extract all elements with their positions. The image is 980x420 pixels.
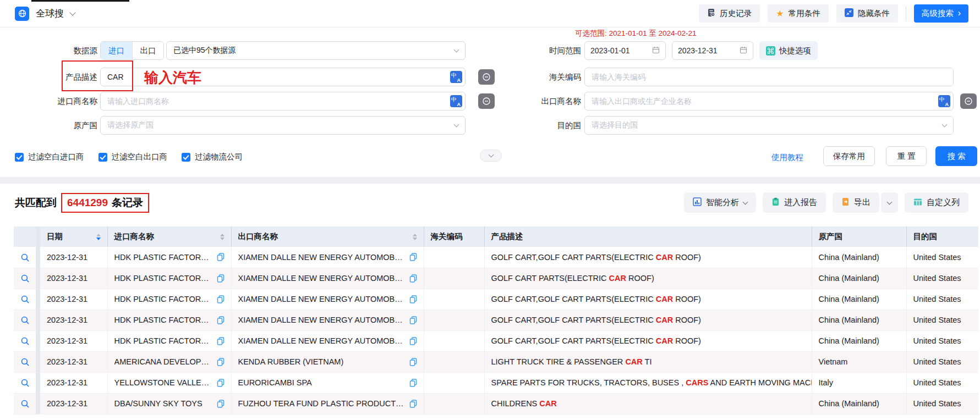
copy-icon[interactable] xyxy=(217,400,225,408)
hs-code-input[interactable] xyxy=(584,68,954,86)
collapse-panel-button[interactable] xyxy=(480,150,502,162)
match-mode-button[interactable] xyxy=(960,93,977,109)
importer-cell: HDK PLASTIC FACTORY L xyxy=(107,330,231,351)
date-from-input[interactable]: 2023-01-01 xyxy=(584,41,666,60)
header-label: 产品描述 xyxy=(491,231,523,242)
save-conditions-button[interactable]: 保存常用 xyxy=(823,146,875,166)
copy-icon[interactable] xyxy=(217,358,225,366)
copy-icon[interactable] xyxy=(409,337,417,345)
translate-icon[interactable]: 中 A xyxy=(450,71,462,83)
hs-code-cell xyxy=(424,289,484,310)
translate-icon[interactable]: 中 A xyxy=(450,95,462,107)
sort-icon[interactable] xyxy=(92,234,101,240)
exporter-input[interactable] xyxy=(584,92,954,110)
row-accent-strip xyxy=(36,310,40,330)
header-accent-strip xyxy=(36,226,40,247)
header-date[interactable]: 日期 xyxy=(40,226,107,247)
copy-icon[interactable] xyxy=(409,274,417,283)
tab-import[interactable]: 进口 xyxy=(101,42,132,59)
magnifier-icon[interactable] xyxy=(20,253,30,262)
copy-icon[interactable] xyxy=(409,358,417,366)
product-text: LIGHT TRUCK TIRE & PASSENGER xyxy=(491,357,626,366)
tutorial-link[interactable]: 使用教程 xyxy=(771,152,803,163)
exporter-name: XIAMEN DALLE NEW ENERGY AUTOMOBILE xyxy=(238,274,405,283)
translate-icon[interactable]: 中 A xyxy=(938,95,950,107)
quick-options-button[interactable]: 快捷选项 xyxy=(759,41,818,60)
header-label: 原产国 xyxy=(819,231,843,242)
command-icon xyxy=(766,46,775,56)
header-exporter[interactable]: 出口商名称 xyxy=(231,226,424,247)
copy-icon[interactable] xyxy=(217,253,225,261)
chevron-down-icon xyxy=(454,47,459,53)
product-text: GOLF CART,GOLF CART PARTS(ELECTRIC xyxy=(491,295,656,303)
table-row: 2023-12-31YELLOWSTONE VALLEY PEURORICAMB… xyxy=(14,372,978,393)
date-cell: 2023-12-31 xyxy=(40,289,107,310)
export-more-button[interactable] xyxy=(881,192,898,213)
checkbox-filter-blank-exporter[interactable]: 过滤空白出口商 xyxy=(98,152,168,162)
custom-columns-button[interactable]: 自定义列 xyxy=(905,192,968,213)
checkbox-label: 过滤物流公司 xyxy=(195,152,243,162)
datasource-select[interactable]: 已选中95个数据源 xyxy=(166,41,466,60)
match-mode-button[interactable] xyxy=(478,69,495,85)
translate-zh-glyph: 中 xyxy=(939,96,945,103)
copy-icon[interactable] xyxy=(217,295,225,303)
copy-icon[interactable] xyxy=(409,400,417,408)
importer-input[interactable] xyxy=(100,92,466,110)
hs-code-cell xyxy=(424,247,484,268)
row-accent-strip xyxy=(36,247,40,268)
row-accent-strip xyxy=(36,351,40,372)
table-row: 2023-12-31AMERICANA DEVELOPMEKENDA RUBBE… xyxy=(14,351,978,372)
chevron-down-icon xyxy=(454,122,459,128)
exporter-name: XIAMEN DALLE NEW ENERGY AUTOMOBILE xyxy=(238,336,405,345)
magnifier-icon[interactable] xyxy=(20,336,30,346)
copy-icon[interactable] xyxy=(409,316,417,324)
dest-country-cell: United States xyxy=(906,372,978,393)
table-header: 日期 进口商名称 出口商名称 海关编码 产品描述 原产国 目的国 xyxy=(14,226,978,247)
columns-icon xyxy=(913,198,922,208)
row-accent-strip xyxy=(36,372,40,393)
annotation-text-product: 输入汽车 xyxy=(144,68,201,87)
row-search-cell xyxy=(14,289,36,310)
copy-icon[interactable] xyxy=(409,379,417,387)
row-search-cell xyxy=(14,247,36,268)
magnifier-icon[interactable] xyxy=(20,274,30,283)
copy-icon[interactable] xyxy=(409,295,417,303)
dest-country-cell: United States xyxy=(906,330,978,351)
copy-icon[interactable] xyxy=(217,337,225,345)
date-to-input[interactable]: 2023-12-31 xyxy=(672,41,753,60)
row-search-cell xyxy=(14,310,36,330)
date-cell: 2023-12-31 xyxy=(40,372,107,393)
match-mode-button[interactable] xyxy=(478,93,495,109)
hs-code-cell xyxy=(424,372,484,393)
sort-icon[interactable] xyxy=(216,234,225,240)
exporter-cell: XIAMEN DALLE NEW ENERGY AUTOMOBILE xyxy=(231,330,424,351)
hs-code-cell xyxy=(424,351,484,372)
count-number: 6441299 xyxy=(67,197,108,209)
magnifier-icon[interactable] xyxy=(20,357,30,367)
export-button[interactable]: 导出 xyxy=(833,192,879,213)
checkbox-checked-icon xyxy=(15,153,24,162)
checkbox-filter-logistics[interactable]: 过滤物流公司 xyxy=(182,152,243,162)
checkbox-filter-blank-importer[interactable]: 过滤空白进口商 xyxy=(15,152,84,162)
copy-icon[interactable] xyxy=(217,316,225,324)
magnifier-icon[interactable] xyxy=(20,399,30,408)
copy-icon[interactable] xyxy=(409,253,417,261)
row-accent-strip xyxy=(36,330,40,351)
sort-icon[interactable] xyxy=(408,234,417,240)
reset-button[interactable]: 重 置 xyxy=(886,146,927,166)
copy-icon[interactable] xyxy=(217,379,225,387)
search-button[interactable]: 搜 索 xyxy=(935,146,977,166)
enter-report-button[interactable]: 进入报告 xyxy=(763,192,826,213)
copy-icon[interactable] xyxy=(217,274,225,283)
product-text: GOLF CART,GOLF CART PARTS(ELECTRIC xyxy=(491,253,656,262)
magnifier-icon[interactable] xyxy=(20,316,30,325)
tab-export[interactable]: 出口 xyxy=(132,42,163,59)
header-importer[interactable]: 进口商名称 xyxy=(107,226,231,247)
origin-country-cell: China (Mainland) xyxy=(812,310,906,330)
smart-analysis-button[interactable]: 智能分析 xyxy=(684,192,756,213)
magnifier-icon[interactable] xyxy=(20,378,30,388)
magnifier-icon[interactable] xyxy=(20,295,30,304)
origin-country-select[interactable]: 请选择原产国 xyxy=(100,116,466,135)
dest-country-select[interactable]: 请选择目的国 xyxy=(584,116,954,135)
header-dest: 目的国 xyxy=(906,226,978,247)
